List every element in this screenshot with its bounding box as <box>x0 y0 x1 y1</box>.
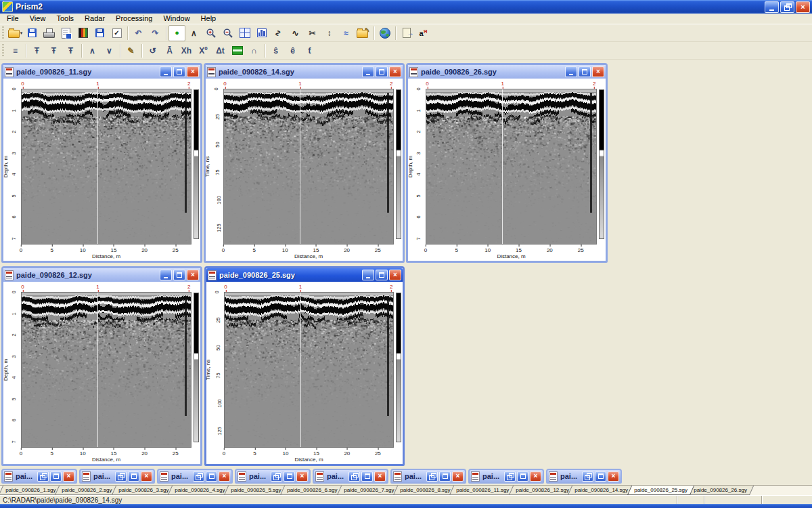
radargram-canvas[interactable] <box>22 89 191 244</box>
print-button[interactable] <box>41 25 58 41</box>
amplitude-scrollbar[interactable] <box>191 89 200 245</box>
window-maximize-button[interactable] <box>206 471 217 482</box>
minimized-window[interactable]: pai...× <box>468 469 544 484</box>
trace-wave-button[interactable]: ∿ <box>287 25 304 41</box>
minimized-window[interactable]: pai...× <box>79 469 155 484</box>
file-tab[interactable]: paide_090826_6.sgy <box>280 486 344 495</box>
window-close-button[interactable]: × <box>374 471 386 482</box>
minimized-window[interactable]: pai...× <box>235 469 311 484</box>
file-tab[interactable]: paide_090826_1.sgy <box>0 486 62 495</box>
file-tab[interactable]: paide_090826_4.sgy <box>168 486 232 495</box>
save-button[interactable] <box>24 25 41 41</box>
window-restore-button[interactable] <box>504 471 516 482</box>
menu-view[interactable]: View <box>24 14 51 24</box>
app-restore-button[interactable] <box>780 1 794 13</box>
menu-radar[interactable]: Radar <box>79 14 110 24</box>
file-tab[interactable]: paide_090826_7.sgy <box>337 486 401 495</box>
window-close-button[interactable]: × <box>187 270 199 280</box>
radargram-canvas[interactable] <box>426 89 596 244</box>
window-minimize-button[interactable] <box>160 66 172 77</box>
file-tab[interactable]: paide_090826_14.sgy <box>568 486 635 495</box>
window-minimize-button[interactable] <box>160 270 172 280</box>
delta-t-button[interactable]: Δt <box>212 43 229 59</box>
window-close-button[interactable]: × <box>389 66 401 77</box>
save-section-button[interactable] <box>58 25 74 41</box>
s-correction-button[interactable]: ŝ <box>267 43 284 59</box>
tilt-correction-button[interactable]: ƭ <box>301 43 318 59</box>
time-zero-ground-button[interactable]: Ŧ <box>62 43 79 59</box>
undo-button[interactable]: ↶ <box>130 25 147 41</box>
color-scale-button[interactable] <box>74 25 91 41</box>
window-restore-button[interactable] <box>37 471 49 482</box>
radargram-canvas[interactable] <box>224 89 393 244</box>
file-tab[interactable]: paide_090826_25.sgy <box>627 486 694 495</box>
toolbar-grip[interactable] <box>2 26 4 40</box>
radargram-canvas[interactable] <box>22 293 191 447</box>
file-tab[interactable]: paide_090826_11.sgy <box>449 486 516 495</box>
window-close-button[interactable]: × <box>452 471 464 482</box>
menu-file[interactable]: File <box>1 14 24 24</box>
window-maximize-button[interactable] <box>579 66 591 77</box>
phase-rotate-button[interactable]: ↺ <box>144 43 161 59</box>
window-maximize-button[interactable] <box>595 471 606 482</box>
window-minimize-button[interactable] <box>565 66 577 77</box>
h-transform-button[interactable]: Xh <box>178 43 195 59</box>
time-zero-traces-button[interactable]: Ŧ <box>45 43 62 59</box>
amplitude-view-button[interactable] <box>253 25 270 41</box>
window-restore-button[interactable] <box>271 471 282 482</box>
app-titlebar[interactable]: Prism2 × <box>0 0 812 14</box>
window-maximize-button[interactable] <box>173 66 185 77</box>
file-tab[interactable]: paide_090826_2.sgy <box>55 486 119 495</box>
window-close-button[interactable]: × <box>296 471 308 482</box>
positive-peak-button[interactable]: ∧ <box>84 43 101 59</box>
minimized-window[interactable]: pai...× <box>546 469 622 484</box>
menu-window[interactable]: Window <box>158 14 195 24</box>
velocity-dome-button[interactable]: ∩ <box>246 43 263 59</box>
window-close-button[interactable]: × <box>530 471 541 482</box>
font-sort-button[interactable]: aЯ <box>415 25 432 41</box>
app-minimize-button[interactable] <box>765 1 779 13</box>
file-tab[interactable]: paide_090826_3.sgy <box>111 486 175 495</box>
window-titlebar[interactable]: paide_090826_11.sgy× <box>3 65 200 79</box>
window-titlebar[interactable]: paide_090826_14.sgy× <box>206 65 403 79</box>
trace-assembly-button[interactable]: ≡ <box>7 43 24 59</box>
window-titlebar[interactable]: paide_090826_26.sgy× <box>408 65 606 79</box>
zoom-out-button[interactable] <box>219 25 236 41</box>
window-titlebar[interactable]: paide_090826_12.sgy× <box>3 268 200 282</box>
window-titlebar[interactable]: paide_090826_25.sgy× <box>206 268 403 282</box>
window-minimize-button[interactable] <box>362 66 374 77</box>
mean-removal-button[interactable]: Ā <box>161 43 178 59</box>
save-project-button[interactable] <box>91 25 108 41</box>
minimized-window[interactable]: pai...× <box>313 469 388 484</box>
window-restore-button[interactable] <box>193 471 204 482</box>
o-transform-button[interactable]: Xº <box>195 43 212 59</box>
menu-processing[interactable]: Processing <box>110 14 158 24</box>
minimized-window[interactable]: pai...× <box>1 469 77 484</box>
apply-checkbox-button[interactable]: ✓ <box>108 25 125 41</box>
window-maximize-button[interactable] <box>439 471 451 482</box>
window-close-button[interactable]: × <box>141 471 152 482</box>
window-close-button[interactable]: × <box>592 66 604 77</box>
window-restore-button[interactable] <box>115 471 127 482</box>
negative-peak-button[interactable]: ∨ <box>101 43 118 59</box>
amplitude-scrollbar[interactable] <box>191 292 200 448</box>
window-maximize-button[interactable] <box>128 471 139 482</box>
amplitude-scrollbar[interactable] <box>597 89 606 245</box>
minimized-window[interactable]: pai...× <box>390 469 466 484</box>
radargram-canvas[interactable] <box>225 293 393 447</box>
app-close-button[interactable]: × <box>796 1 810 13</box>
edit-picks-button[interactable]: ✎ <box>122 43 139 59</box>
amplitude-scrollbar[interactable] <box>394 89 403 245</box>
time-zero-adjust-button[interactable]: Ŧ <box>28 43 45 59</box>
window-restore-button[interactable] <box>426 471 438 482</box>
minimized-window[interactable]: pai...× <box>157 469 233 484</box>
window-maximize-button[interactable] <box>517 471 528 482</box>
redo-button[interactable]: ↷ <box>147 25 164 41</box>
toolbar-grip[interactable] <box>2 44 4 58</box>
window-restore-button[interactable] <box>582 471 593 482</box>
window-restore-button[interactable] <box>348 471 360 482</box>
e-correction-button[interactable]: ê <box>284 43 301 59</box>
wiggle-trace-button[interactable]: ∿ <box>270 25 287 41</box>
vertical-scale-button[interactable]: ↕ <box>321 25 338 41</box>
window-close-button[interactable]: × <box>219 471 230 482</box>
